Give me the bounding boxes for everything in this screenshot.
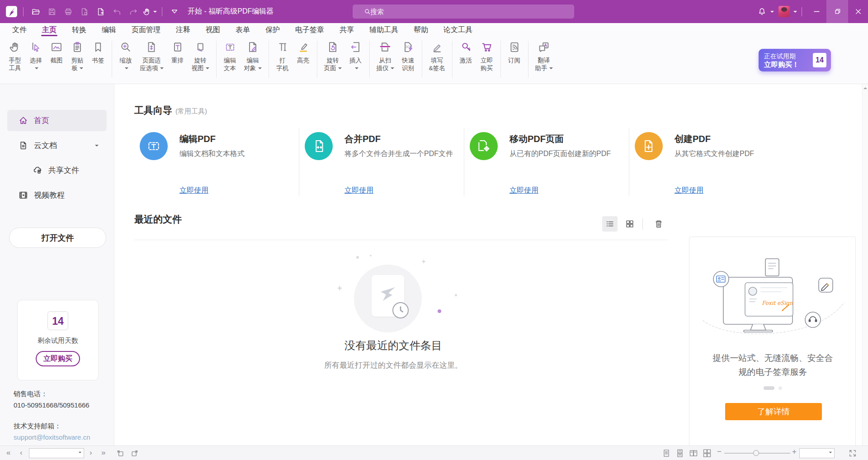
use-now-link[interactable]: 立即使用 <box>675 186 703 195</box>
next-page-button[interactable]: › <box>90 448 92 458</box>
ribbon-select-tool-button[interactable]: 选择 <box>25 40 46 72</box>
ribbon-highlight-button[interactable]: 高亮 <box>293 40 314 64</box>
ribbon-typewriter-button[interactable]: 打字机 <box>272 40 293 72</box>
carousel-dots[interactable] <box>689 386 856 390</box>
ribbon-page-fit-options-button[interactable]: 页面适应选项 <box>136 40 167 72</box>
menu-tab-11[interactable]: 共享 <box>340 23 354 37</box>
content-scrollbar[interactable] <box>862 84 868 446</box>
search-box[interactable] <box>353 5 574 19</box>
ribbon-rotate-pages-button[interactable]: 旋转页面 <box>321 40 345 72</box>
ribbon-rotate-view-button[interactable]: 旋转视图 <box>188 40 213 72</box>
ribbon-display-options-button[interactable] <box>168 5 181 19</box>
sidebar-item-home[interactable]: 首页 <box>7 110 107 131</box>
menu-tab-4[interactable]: 编辑 <box>102 23 116 37</box>
carousel-dot[interactable] <box>778 386 782 390</box>
first-page-button[interactable]: « <box>6 448 10 458</box>
use-now-link[interactable]: 立即使用 <box>509 186 538 195</box>
support-email-link[interactable]: support@foxitsoftware.cn <box>14 432 90 443</box>
facing-view-button[interactable] <box>689 449 698 458</box>
facing-continuous-view-button[interactable] <box>703 449 712 458</box>
menu-tab-3[interactable]: 转换 <box>72 23 86 37</box>
zoom-out-button[interactable]: − <box>717 447 722 457</box>
search-input[interactable] <box>369 7 574 16</box>
ribbon-translate-assistant-button[interactable]: 翻译助手 <box>532 40 557 72</box>
ribbon-quick-ocr-button[interactable]: OCR快速识别 <box>398 40 419 72</box>
prev-page-button[interactable]: ‹ <box>20 448 23 458</box>
restore-button[interactable] <box>826 0 848 23</box>
sidebar-item-cloud-docs[interactable]: 云文档 <box>7 135 107 156</box>
single-page-view-button[interactable] <box>662 449 671 458</box>
highlight-icon <box>297 40 310 54</box>
create-doc-button[interactable] <box>94 5 108 19</box>
notifications-caret-icon[interactable] <box>770 11 774 14</box>
tool-card-description: 从已有的PDF页面创建新的PDF <box>509 149 611 159</box>
use-now-link[interactable]: 立即使用 <box>179 186 208 195</box>
zoom-level-box[interactable] <box>799 448 835 458</box>
zoom-level-input[interactable] <box>802 450 827 457</box>
use-now-link[interactable]: 立即使用 <box>344 186 373 195</box>
page-number-input[interactable] <box>31 450 76 457</box>
clear-recent-button[interactable] <box>651 216 666 232</box>
ribbon-edit-object-button[interactable]: 编辑对象 <box>241 40 265 72</box>
open-file-button[interactable]: 打开文件 <box>9 228 106 248</box>
menu-tab-13[interactable]: 帮助 <box>414 23 428 37</box>
menu-tab-6[interactable]: 注释 <box>176 23 190 37</box>
menu-tab-8[interactable]: 表单 <box>236 23 250 37</box>
sidebar-item-shared-files[interactable]: 共享文件 <box>7 160 107 181</box>
rotate-page-icon <box>326 40 340 54</box>
ribbon-snapshot-button[interactable]: 截图 <box>46 40 67 64</box>
menu-tab-5[interactable]: 页面管理 <box>132 23 160 37</box>
ribbon-edit-text-button[interactable]: 编辑文本 <box>220 40 241 72</box>
zoom-in-button[interactable]: + <box>792 447 797 457</box>
menu-tab-9[interactable]: 保护 <box>265 23 280 37</box>
redo-button[interactable] <box>127 5 140 19</box>
ribbon-from-scanner-button[interactable]: 从扫描仪 <box>373 40 398 72</box>
print-button[interactable] <box>61 5 75 19</box>
previous-view-button[interactable] <box>116 449 125 458</box>
buy-now-button[interactable]: 立即购买 <box>36 351 80 366</box>
minimize-button[interactable] <box>807 0 826 23</box>
menu-tab-14[interactable]: 论文工具 <box>443 23 472 37</box>
continuous-view-button[interactable] <box>675 449 684 458</box>
save-button[interactable] <box>45 5 59 19</box>
menu-tab-7[interactable]: 视图 <box>206 23 220 37</box>
menu-tab-2[interactable]: 主页 <box>42 23 57 37</box>
list-view-button[interactable] <box>602 216 618 232</box>
ribbon-hand-tool-button[interactable]: 手型工具 <box>5 40 25 72</box>
ribbon-buy-now-button[interactable]: 立即购买 <box>476 40 497 72</box>
account-caret-icon[interactable] <box>793 11 797 14</box>
next-view-button[interactable] <box>130 449 139 458</box>
carousel-dot-active[interactable] <box>764 386 774 390</box>
trial-badge[interactable]: 正在试用期 立即购买！ 14 <box>759 49 831 71</box>
open-file-button[interactable] <box>29 5 42 19</box>
hand-tool-button[interactable] <box>143 5 156 19</box>
ribbon-reflow-button[interactable]: 重排 <box>167 40 188 64</box>
ribbon-fill-sign-button[interactable]: 填写&签名 <box>425 40 449 72</box>
ribbon-zoom-button[interactable]: 缩放 <box>115 40 136 72</box>
menu-tab-1[interactable]: 文件 <box>12 23 27 37</box>
edit-pdf-icon <box>140 132 168 160</box>
undo-button[interactable] <box>110 5 124 19</box>
scroll-up-icon[interactable] <box>863 85 867 89</box>
learn-more-button[interactable]: 了解详情 <box>725 403 822 420</box>
menu-tab-12[interactable]: 辅助工具 <box>369 23 398 37</box>
sidebar-item-video-tutorials[interactable]: 视频教程 <box>7 185 107 206</box>
ribbon-subscribe-button[interactable]: 订阅 <box>504 40 525 64</box>
grid-view-button[interactable] <box>622 216 637 232</box>
zoom-slider-thumb[interactable] <box>753 450 759 456</box>
ribbon-activate-button[interactable]: 激活 <box>456 40 476 64</box>
menu-bar: 文件主页转换编辑页面管理注释视图表单保护电子签章共享辅助工具帮助论文工具 <box>0 23 868 37</box>
page-number-box[interactable] <box>29 448 84 458</box>
video-icon <box>18 190 28 200</box>
close-button[interactable] <box>848 0 868 23</box>
ribbon-bookmark-button[interactable]: 书签 <box>88 40 108 64</box>
export-doc-button[interactable] <box>78 5 91 19</box>
last-page-button[interactable]: » <box>101 448 105 458</box>
menu-tab-10[interactable]: 电子签章 <box>295 23 324 37</box>
expand-caret-icon[interactable] <box>95 145 99 148</box>
avatar[interactable] <box>778 6 790 17</box>
notifications-button[interactable] <box>755 5 769 19</box>
ribbon-clipboard-button[interactable]: 剪贴板 <box>67 40 88 72</box>
ribbon-insert-button[interactable]: 插入 <box>345 40 366 72</box>
fullscreen-button[interactable] <box>848 449 857 458</box>
